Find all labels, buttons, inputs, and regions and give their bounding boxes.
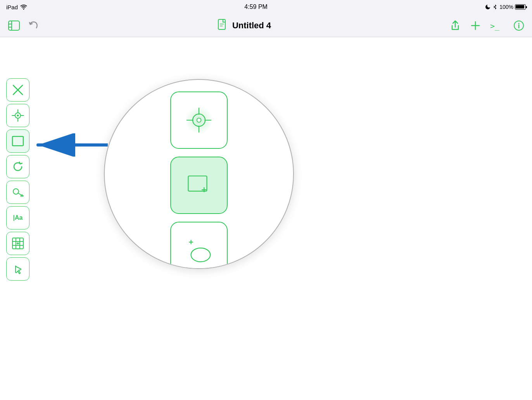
sidebar-toggle-icon bbox=[8, 19, 20, 32]
document-title: Untitled 4 bbox=[232, 21, 271, 31]
tool-card-rect-add[interactable] bbox=[170, 157, 228, 214]
tool-circle-add-svg bbox=[183, 235, 214, 266]
info-icon bbox=[513, 20, 524, 31]
svg-rect-19 bbox=[12, 136, 23, 146]
toolbar: Untitled 4 >_ bbox=[0, 14, 532, 37]
arrow-icon bbox=[30, 133, 108, 157]
key-plus-icon bbox=[12, 186, 24, 198]
svg-point-10 bbox=[518, 23, 519, 24]
svg-text:>_: >_ bbox=[490, 21, 500, 31]
toolbar-center: Untitled 4 bbox=[218, 19, 271, 33]
sidebar-item-scissors[interactable] bbox=[6, 78, 29, 102]
grid-icon bbox=[12, 237, 24, 250]
sidebar-item-crosshair[interactable] bbox=[6, 104, 29, 127]
device-label: iPad bbox=[6, 4, 18, 10]
pointer-arrow bbox=[30, 133, 108, 158]
status-right: 100% bbox=[485, 4, 526, 10]
battery-percent: 100% bbox=[499, 4, 513, 10]
sidebar-item-text[interactable]: |Aa bbox=[6, 206, 29, 229]
status-left: iPad bbox=[6, 4, 27, 10]
info-button[interactable] bbox=[513, 20, 524, 31]
toolbar-right: >_ bbox=[450, 20, 524, 31]
crosshair-icon bbox=[11, 109, 24, 122]
sidebar-item-rectangle[interactable] bbox=[6, 129, 29, 153]
text-icon-label: |Aa bbox=[13, 214, 23, 221]
sidebar-item-pointer[interactable] bbox=[6, 257, 29, 281]
svg-rect-0 bbox=[9, 21, 19, 30]
undo-icon bbox=[28, 20, 39, 31]
doc-icon bbox=[218, 19, 228, 33]
terminal-icon: >_ bbox=[490, 20, 504, 31]
sidebar-item-circle-undo[interactable] bbox=[6, 155, 29, 178]
sidebar-item-grid[interactable] bbox=[6, 232, 29, 255]
sidebar-toggle-button[interactable] bbox=[8, 19, 20, 32]
circle-undo-icon bbox=[12, 160, 24, 173]
document-icon bbox=[218, 19, 228, 31]
battery-icon bbox=[515, 4, 526, 10]
sidebar-item-key[interactable] bbox=[6, 181, 29, 204]
share-icon bbox=[450, 20, 461, 31]
svg-point-47 bbox=[191, 248, 211, 262]
add-icon bbox=[470, 20, 481, 31]
svg-point-14 bbox=[17, 115, 19, 117]
undo-button[interactable] bbox=[28, 20, 39, 31]
toolbar-left bbox=[8, 19, 39, 32]
status-time: 4:59 PM bbox=[244, 3, 268, 10]
share-button[interactable] bbox=[450, 20, 461, 31]
rectangle-icon bbox=[12, 136, 24, 147]
sidebar: |Aa bbox=[6, 78, 29, 281]
tool-card-crosshair[interactable] bbox=[170, 91, 228, 149]
magnifier-overlay bbox=[104, 79, 294, 269]
add-button[interactable] bbox=[470, 20, 481, 31]
bluetooth-icon bbox=[492, 4, 498, 10]
wifi-icon bbox=[20, 4, 27, 10]
tool-crosshair-svg bbox=[183, 105, 214, 136]
pointer-icon bbox=[12, 263, 24, 275]
svg-rect-4 bbox=[218, 19, 225, 29]
canvas: |Aa bbox=[0, 37, 532, 400]
status-bar: iPad 4:59 PM 100% bbox=[0, 0, 532, 14]
tool-card-circle-add[interactable] bbox=[170, 222, 228, 269]
svg-point-37 bbox=[197, 118, 201, 122]
moon-icon bbox=[485, 4, 491, 10]
tool-rect-add-svg bbox=[183, 170, 214, 201]
scissors-icon bbox=[12, 84, 24, 96]
terminal-button[interactable]: >_ bbox=[490, 20, 504, 31]
